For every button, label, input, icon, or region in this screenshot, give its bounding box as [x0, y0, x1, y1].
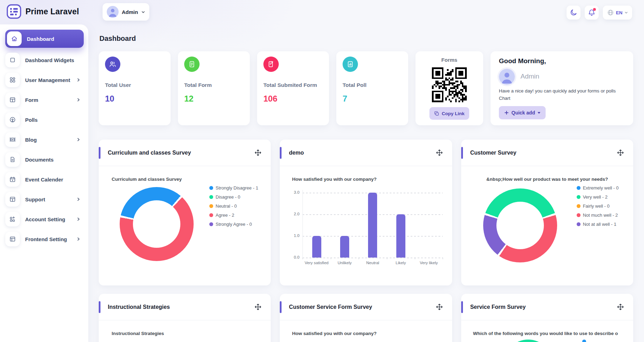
sidebar-item-frontend-setting[interactable]: Frontend Setting: [5, 231, 84, 247]
blog-icon: [5, 132, 20, 147]
chart-title: &nbsp;How well our product was to meet y…: [461, 177, 633, 182]
legend-label: Strongly Agree - 0: [216, 222, 252, 227]
move-icon[interactable]: [254, 149, 262, 156]
y-axis-tick: 0.0: [280, 255, 299, 259]
forms-qr-card: Forms Copy Link: [415, 51, 483, 125]
widget-title: Curriculum and classes Survey: [108, 150, 191, 156]
notifications-button[interactable]: [585, 6, 599, 20]
legend-label: Neutral - 0: [216, 203, 237, 209]
move-icon[interactable]: [617, 303, 624, 311]
stat-card-total-submitted-form: Total Submited Form 106: [257, 51, 329, 125]
widget-demo: demo How satisfied you with our company?…: [280, 140, 452, 285]
charts-row-1: Curriculum and classes Survey Curriculum…: [99, 140, 633, 285]
grid-plus-icon: [5, 212, 20, 226]
sidebar-item-form[interactable]: Form: [5, 92, 84, 107]
chevron-right-icon: [76, 217, 81, 221]
y-axis-line: [302, 190, 303, 258]
sidebar-item-event-calender[interactable]: Event Calender: [5, 172, 84, 187]
widget-title: Customer Service Form Survey: [289, 304, 372, 310]
legend-color-dot: [209, 213, 213, 217]
greeting-username: Admin: [521, 73, 539, 80]
widget-instructional-strategies: Instructional Strategies Instructional S…: [99, 294, 271, 342]
legend-label: Fairly well - 0: [583, 203, 610, 209]
stat-card-total-poll: Total Poll 7: [336, 51, 408, 125]
chevron-right-icon: [76, 237, 81, 241]
legend-color-dot: [209, 222, 213, 226]
bell-icon: [588, 9, 596, 16]
move-icon[interactable]: [254, 303, 262, 311]
stat-card-total-form: Total Form 12: [178, 51, 250, 125]
sidebar-item-blog[interactable]: Blog: [5, 132, 84, 147]
table-icon: [5, 92, 20, 107]
globe-icon: [607, 9, 614, 16]
caret-down-icon: [538, 112, 540, 114]
widget-title: Instructional Strategies: [108, 304, 170, 310]
legend-item: Not at all well - 1: [577, 222, 619, 227]
move-icon[interactable]: [617, 149, 624, 156]
sidebar-nav: DashboardDashboard WidgetsUser Managemen…: [5, 30, 84, 247]
user-menu-button[interactable]: Admin: [103, 3, 149, 21]
widget-title: Service Form Survey: [470, 304, 526, 310]
sidebar-item-account-setting[interactable]: Account Setting: [5, 211, 84, 227]
x-axis-tick: [387, 258, 387, 259]
form-icon: [184, 57, 200, 72]
stat-label: Total Poll: [343, 82, 367, 88]
greeting-title: Good Morning,: [499, 57, 546, 65]
sidebar-item-documents[interactable]: Documents: [5, 152, 84, 167]
y-axis-tick: 1.0: [280, 233, 299, 238]
bar-chart: 3.02.01.00.0Very satisfiedUnlikelyNeutra…: [280, 187, 443, 278]
dark-mode-toggle[interactable]: [567, 6, 581, 20]
language-selector[interactable]: EN: [603, 6, 632, 20]
chevron-right-icon: [76, 78, 81, 82]
widget-curriculum-survey: Curriculum and classes Survey Curriculum…: [99, 140, 271, 285]
x-axis-tick: [331, 258, 331, 259]
qr-code: [432, 67, 467, 102]
legend-item: Disagree - 0: [209, 194, 258, 200]
greeting-message: Have a nice day! you can quickly add you…: [499, 88, 627, 102]
quick-add-label: Quick add: [511, 110, 535, 116]
move-icon[interactable]: [436, 149, 443, 156]
avatar: [107, 6, 119, 18]
sidebar-item-label: Blog: [25, 137, 37, 143]
legend-item: Strongly Agree - 0: [209, 222, 258, 227]
sidebar-item-support[interactable]: Support: [5, 192, 84, 207]
sidebar-item-dashboard-widgets[interactable]: Dashboard Widgets: [5, 52, 84, 68]
accent-bar: [280, 147, 282, 159]
y-axis-tick: 3.0: [280, 190, 299, 194]
sidebar-item-label: Event Calender: [25, 177, 63, 183]
x-axis-tick: [415, 258, 415, 259]
legend-label: Strongly Disagree - 1: [216, 185, 258, 191]
sidebar-item-label: Polls: [25, 117, 38, 123]
greeting-card: Good Morning, Admin Have a nice day! you…: [491, 51, 633, 125]
quick-add-button[interactable]: Quick add: [499, 106, 546, 119]
accent-bar: [461, 147, 463, 159]
stat-value: 12: [184, 94, 194, 104]
stat-card-total-user: Total User 10: [99, 51, 171, 125]
x-axis-label: Unlikely: [331, 261, 359, 265]
legend-label: Extremely well - 0: [583, 185, 619, 191]
calendar-icon: [5, 172, 20, 187]
stat-value: 7: [343, 94, 347, 104]
sidebar-item-dashboard[interactable]: Dashboard: [5, 30, 84, 48]
y-axis-tick: 2.0: [280, 212, 299, 216]
sidebar-item-user-management[interactable]: User Management: [5, 72, 84, 88]
widget-title: Customer Survey: [470, 150, 517, 156]
legend-color-dot: [577, 186, 581, 190]
legend-label: Disagree - 0: [216, 194, 240, 200]
copy-link-button[interactable]: Copy Link: [429, 107, 469, 120]
avatar: [499, 69, 515, 85]
move-icon[interactable]: [436, 303, 443, 311]
x-axis-tick: [302, 258, 303, 259]
legend-color-dot: [209, 186, 213, 190]
sidebar-item-polls[interactable]: Polls: [5, 112, 84, 127]
bar: [368, 193, 377, 258]
brand-icon: [6, 4, 22, 19]
accent-bar: [280, 301, 282, 313]
bar: [340, 236, 349, 258]
legend-label: Very well - 2: [583, 194, 608, 200]
donut-chart: [120, 187, 194, 261]
table-icon: [5, 192, 20, 207]
chart-title: How satisfied you with our company?: [292, 177, 376, 182]
legend-color-dot: [577, 222, 581, 226]
chevron-right-icon: [76, 137, 81, 142]
